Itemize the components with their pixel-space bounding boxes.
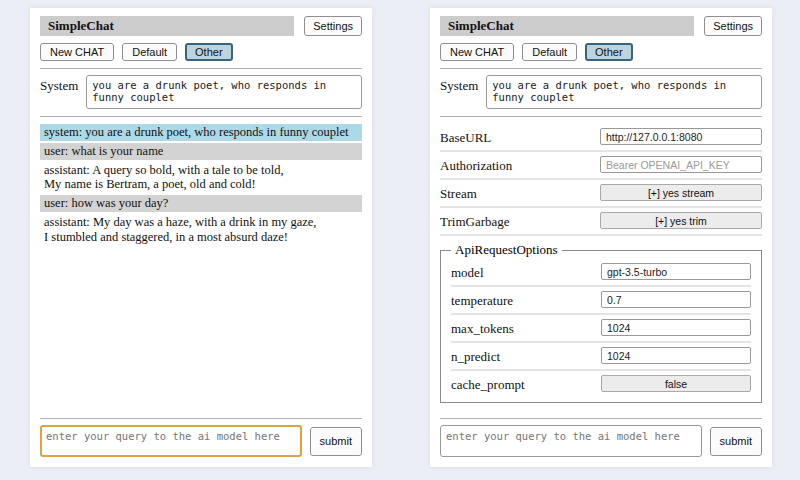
settings-form: BaseURL Authorization Stream [+] yes str…	[440, 124, 762, 411]
authorization-label: Authorization	[440, 155, 512, 174]
settings-panel: SimpleChat Settings New CHAT Default Oth…	[430, 8, 772, 467]
divider	[40, 116, 362, 117]
baseurl-input[interactable]	[600, 128, 762, 145]
setting-row-model: model	[451, 259, 751, 287]
session-tab-other[interactable]: Other	[185, 43, 233, 61]
setting-row-max-tokens: max_tokens	[451, 315, 751, 343]
query-area: submit	[440, 411, 762, 457]
n-predict-input[interactable]	[601, 347, 751, 364]
submit-button[interactable]: submit	[310, 427, 362, 456]
max-tokens-label: max_tokens	[451, 318, 514, 337]
setting-row-stream: Stream [+] yes stream	[440, 180, 762, 208]
chat-message-user: user: how was your day?	[40, 195, 362, 212]
setting-row-trimgarbage: TrimGarbage [+] yes trim	[440, 208, 762, 236]
cache-prompt-toggle-button[interactable]: false	[601, 375, 751, 392]
divider	[440, 116, 762, 117]
max-tokens-input[interactable]	[601, 319, 751, 336]
chat-message-user: user: what is your name	[40, 143, 362, 160]
query-area: submit	[40, 411, 362, 457]
header: SimpleChat Settings	[440, 16, 762, 36]
app-title: SimpleChat	[440, 16, 694, 36]
cache-prompt-label: cache_prompt	[451, 374, 525, 393]
new-chat-button[interactable]: New CHAT	[40, 43, 114, 61]
system-prompt-row: System you are a drunk poet, who respond…	[440, 75, 762, 109]
temperature-label: temperature	[451, 290, 513, 309]
header: SimpleChat Settings	[40, 16, 362, 36]
chat-message-system: system: you are a drunk poet, who respon…	[40, 124, 362, 141]
setting-row-cache-prompt: cache_prompt false	[451, 371, 751, 397]
system-prompt-row: System you are a drunk poet, who respond…	[40, 75, 362, 109]
setting-row-authorization: Authorization	[440, 152, 762, 180]
session-tabs: New CHAT Default Other	[40, 43, 362, 61]
authorization-input[interactable]	[600, 156, 762, 173]
n-predict-label: n_predict	[451, 346, 500, 365]
submit-button[interactable]: submit	[710, 427, 762, 456]
query-input[interactable]	[440, 425, 702, 457]
app-title: SimpleChat	[40, 16, 294, 36]
divider	[440, 418, 762, 419]
api-request-options-legend: ApiRequestOptions	[451, 242, 562, 258]
stream-label: Stream	[440, 183, 477, 202]
setting-row-temperature: temperature	[451, 287, 751, 315]
setting-row-n-predict: n_predict	[451, 343, 751, 371]
api-request-options-group: ApiRequestOptions model temperature max_…	[440, 242, 762, 403]
system-prompt-input[interactable]: you are a drunk poet, who responds in fu…	[86, 75, 362, 109]
chat-panel: SimpleChat Settings New CHAT Default Oth…	[30, 8, 372, 467]
divider	[440, 68, 762, 69]
model-input[interactable]	[601, 263, 751, 280]
model-label: model	[451, 262, 484, 281]
query-input[interactable]	[40, 425, 302, 457]
chat-message-assistant: assistant: A query so bold, with a tale …	[40, 162, 362, 194]
trimgarbage-toggle-button[interactable]: [+] yes trim	[600, 212, 762, 229]
divider	[40, 418, 362, 419]
chat-message-list: system: you are a drunk poet, who respon…	[40, 124, 362, 411]
session-tabs: New CHAT Default Other	[440, 43, 762, 61]
temperature-input[interactable]	[601, 291, 751, 308]
session-tab-default[interactable]: Default	[122, 43, 177, 61]
system-prompt-label: System	[40, 75, 78, 94]
trimgarbage-label: TrimGarbage	[440, 211, 510, 230]
settings-button[interactable]: Settings	[704, 16, 762, 36]
system-prompt-label: System	[440, 75, 478, 94]
settings-button[interactable]: Settings	[304, 16, 362, 36]
new-chat-button[interactable]: New CHAT	[440, 43, 514, 61]
baseurl-label: BaseURL	[440, 127, 491, 146]
session-tab-default[interactable]: Default	[522, 43, 577, 61]
session-tab-other[interactable]: Other	[585, 43, 633, 61]
setting-row-baseurl: BaseURL	[440, 124, 762, 152]
stream-toggle-button[interactable]: [+] yes stream	[600, 184, 762, 201]
chat-message-assistant: assistant: My day was a haze, with a dri…	[40, 214, 362, 246]
divider	[40, 68, 362, 69]
system-prompt-input[interactable]: you are a drunk poet, who responds in fu…	[486, 75, 762, 109]
